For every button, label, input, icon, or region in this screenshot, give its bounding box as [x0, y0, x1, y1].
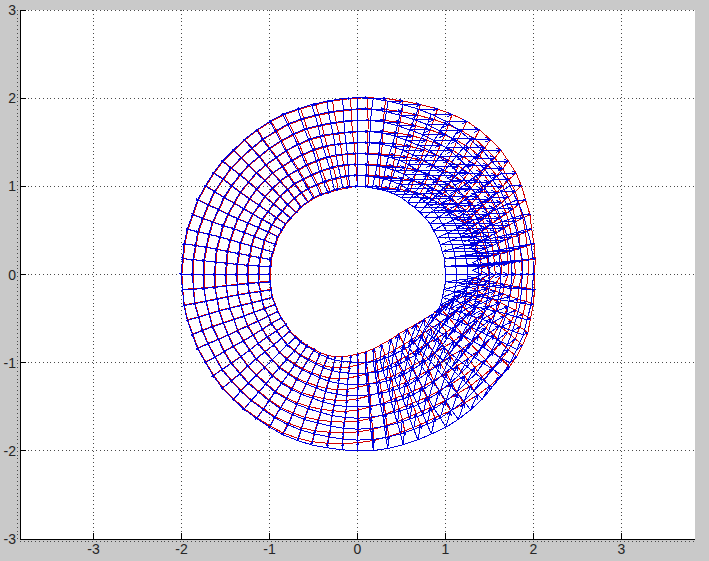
axes-background: [20, 10, 695, 539]
y-tick-label: -2: [4, 443, 17, 459]
y-tick-label: 2: [8, 90, 16, 106]
x-tick-label: 1: [442, 541, 450, 557]
y-tick-label: -1: [4, 355, 17, 371]
x-tick-label: -3: [87, 541, 100, 557]
x-tick-label: 2: [530, 541, 538, 557]
x-tick-label: -1: [263, 541, 276, 557]
plot-canvas: -3-2-10123-3-2-10123: [0, 0, 709, 561]
y-tick-label: 3: [8, 2, 16, 18]
x-tick-label: 3: [618, 541, 626, 557]
y-tick-label: 1: [8, 178, 16, 194]
y-tick-label: 0: [8, 267, 16, 283]
figure-window: -3-2-10123-3-2-10123: [0, 0, 709, 561]
x-tick-label: -2: [175, 541, 188, 557]
x-tick-label: 0: [354, 541, 362, 557]
y-tick-label: -3: [4, 531, 17, 547]
